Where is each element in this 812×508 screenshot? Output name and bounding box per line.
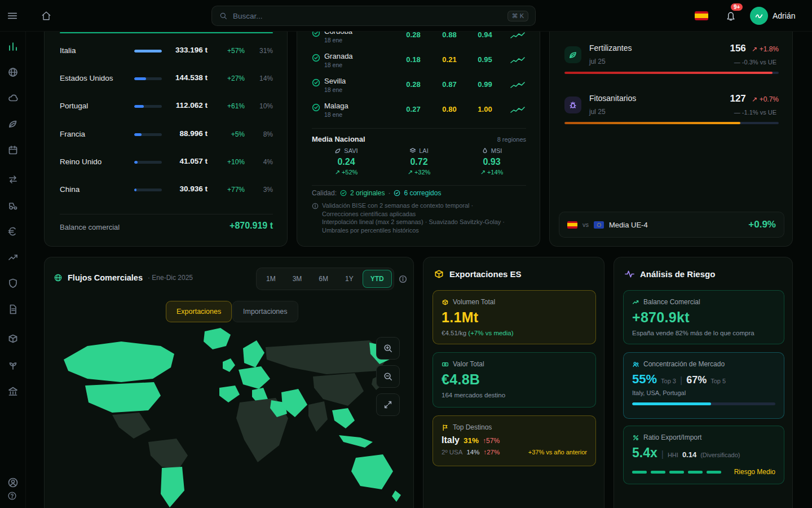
map-central-europe[interactable] [239,366,270,389]
msi-value: 0.95 [473,55,497,64]
map-new-zealand[interactable] [392,491,401,502]
range-6m[interactable]: 6M [311,270,336,288]
country-volume: 112.062 t [144,101,208,110]
country-row-portugal[interactable]: Portugal 112.062 t +61% 10% [60,94,273,119]
divider [312,128,526,129]
globe-icon[interactable] [7,67,19,78]
region-row-granada[interactable]: Granada 18 ene 0.18 0.21 0.95 [312,51,527,74]
cloud-icon[interactable] [7,93,19,104]
vs-average: (+7% vs media) [468,330,513,336]
input-name: Fitosanitarios [589,94,636,103]
map-scandinavia[interactable] [243,340,264,367]
menu-icon[interactable] [6,10,19,22]
transfer-icon[interactable] [7,174,19,185]
map-south-america-south[interactable] [161,467,184,507]
zoom-in-button[interactable] [376,337,400,360]
top-destination-change: ↑57% [483,437,500,445]
lai-value: 0.88 [437,30,462,39]
map-usa[interactable] [85,382,161,413]
savi-value: 0.27 [401,105,426,113]
map-mexico[interactable] [112,413,151,439]
note-line: Interpolación lineal (max 2 semanas) · S… [322,218,526,226]
map-southeast-asia[interactable] [332,408,355,428]
euro-icon[interactable] [7,226,19,237]
country-row-eeuu[interactable]: Estados Unidos 144.538 t +27% 14% [60,67,273,91]
map-canada[interactable] [64,341,174,382]
language-flag-spain[interactable] [695,11,708,20]
range-ytd[interactable]: YTD [363,270,392,288]
home-icon[interactable] [41,10,52,21]
range-3m[interactable]: 3M [285,270,310,288]
balance-note: España vende 82% más de lo que compra [632,330,775,336]
note-line: Validación BISE con 2 semanas de context… [322,202,526,210]
map-china[interactable] [313,373,364,406]
tab-importaciones[interactable]: Importaciones [232,301,298,322]
region-row-sevilla[interactable]: Sevilla 18 ene 0.28 0.87 0.99 [312,76,527,99]
calendar-icon[interactable] [7,144,19,156]
bar-chart-icon[interactable] [7,41,19,52]
country-share: 10% [251,102,273,110]
trend-up-icon[interactable] [7,252,19,263]
eu-average-label: Media UE-4 [609,221,648,229]
map-south-america-north[interactable] [148,439,188,469]
country-share: 14% [251,75,273,82]
info-icon[interactable] [399,275,407,283]
region-row-malaga[interactable]: Malaga 18 ene 0.27 0.80 1.00 [312,101,527,124]
lai-value: 0.21 [437,55,462,64]
leaf-icon[interactable] [7,119,19,130]
region-date: 18 ene [324,62,342,68]
map-indonesia[interactable] [339,435,373,448]
card-title: Flujos Comerciales [68,273,143,282]
sparkline-icon [510,56,525,67]
tractor-icon[interactable] [7,200,19,211]
country-row-francia[interactable]: Francia 88.996 t +5% 8% [60,122,273,147]
region-count: 8 regiones [466,136,526,143]
search-bar[interactable]: ⌘ K [211,6,536,26]
search-input[interactable] [233,12,502,20]
bank-icon[interactable] [7,386,19,397]
msi-value: 0.99 [473,80,497,89]
metric-msi: MSI 0.93 ↗ +14% [458,147,526,176]
active-tab-underline [60,32,273,33]
check-circle-icon [312,103,320,112]
input-vs-ue: — -0.3% vs UE [651,59,776,65]
pulse-icon [624,269,635,279]
trade-balance-value: +870.919 t [160,221,273,231]
risk-analysis-card: Análisis de Riesgo Balance Comercial +87… [614,257,793,508]
check-circle-icon [312,78,320,87]
country-row-china[interactable]: China 30.936 t +77% 3% [60,178,273,203]
document-icon[interactable] [7,304,19,315]
country-volume: 30.936 t [144,185,208,193]
country-row-reino-unido[interactable]: Reino Unido 41.057 t +10% 4% [60,150,273,175]
map-greenland[interactable] [204,328,231,349]
world-choropleth-map[interactable] [54,327,405,508]
users-icon [632,361,639,368]
range-1y[interactable]: 1Y [337,270,361,288]
range-1m[interactable]: 1M [258,270,284,288]
hhi-note: (Diversificado) [700,452,740,458]
user-icon[interactable] [7,477,19,488]
map-australia[interactable] [351,454,393,489]
metric-name: SAVI [344,147,358,154]
savi-value: 0.18 [401,55,426,64]
help-icon[interactable] [7,491,17,501]
country-volume: 41.057 t [144,157,208,165]
map-uk[interactable] [223,358,235,372]
package-icon[interactable] [7,333,19,344]
map-iberia[interactable] [219,386,240,402]
avatar[interactable] [750,7,768,25]
eu-average-delta: +0.9% [748,219,776,230]
input-index-value: 156 [730,43,745,54]
concentration-label: Concentración de Mercado [643,360,725,368]
region-name: Granada [324,52,353,60]
bell-icon[interactable] [725,10,736,21]
map-india[interactable] [308,401,328,432]
user-name[interactable]: Adrián [773,11,795,20]
fullscreen-button[interactable] [376,393,400,416]
metric-value: 0.72 [385,157,453,167]
tab-exportaciones[interactable]: Exportaciones [166,301,232,322]
zoom-out-button[interactable] [376,365,400,388]
country-row-italia[interactable]: Italia 333.196 t +57% 31% [60,39,273,64]
sprout-icon[interactable] [7,360,19,371]
shield-icon[interactable] [7,278,19,289]
